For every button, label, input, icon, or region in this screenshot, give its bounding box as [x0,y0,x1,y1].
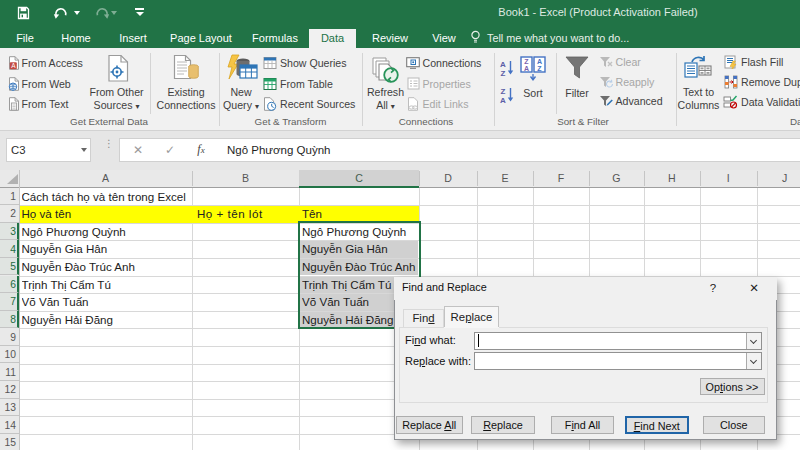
svg-text:Z: Z [537,65,542,72]
svg-text:A: A [11,62,16,69]
svg-text:Z: Z [524,58,529,65]
svg-text:A: A [500,60,506,69]
svg-text:A: A [524,65,529,72]
svg-text:Z: Z [501,69,506,78]
svg-text:A: A [537,58,542,65]
